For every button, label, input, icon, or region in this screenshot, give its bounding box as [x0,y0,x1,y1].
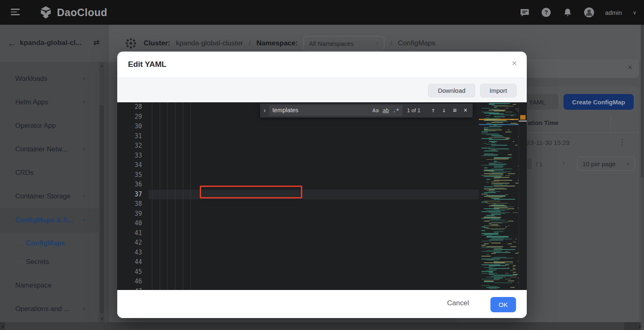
sidebar-item-label: Container Storage [15,192,71,200]
sidebar-item-workloads[interactable]: Workloads∨ [0,71,99,87]
toggle-replace-icon[interactable]: › [260,106,269,116]
svg-text:?: ? [544,9,548,16]
page: DaoCloud ? admin ∨ ← kpanda-global-cl...… [0,0,644,330]
minimap-line [494,207,514,207]
sidebar-item-operations-and[interactable]: Operations and ...∨ [0,301,99,318]
minimap-line [491,205,504,205]
minimap-line [494,199,515,200]
sidebar-item-crds[interactable]: CRDs [0,165,99,182]
menu-icon[interactable] [11,9,20,16]
minimap-line [486,260,495,261]
line-number: 46 [117,277,142,287]
chevron-up-icon: ∧ [82,217,86,223]
notifications-icon[interactable] [562,7,573,18]
minimap-line [491,222,508,223]
ruler-scroll-thumb[interactable] [519,120,527,122]
minimap[interactable] [479,102,519,290]
brand[interactable]: DaoCloud [39,5,107,19]
minimap-line [508,243,512,244]
find-input[interactable]: templates Aa ab .* [269,105,402,116]
minimap-line [494,231,503,232]
minimap-line [515,124,519,125]
sidebar-item-operator-app[interactable]: Operator App [0,118,99,134]
namespace-select[interactable]: All Namespaces ∨ [303,36,384,51]
whole-word-icon[interactable]: ab [383,106,389,116]
line-number: 34 [117,160,142,170]
scroll-right-icon[interactable]: ▸ [639,323,642,329]
edit-yaml-modal: Edit YAML × Download Import 282930313233… [117,52,527,318]
minimap-line [513,269,516,270]
sidebar-item-configmaps-s[interactable]: ConfigMaps & S...∧ [0,209,99,232]
previous-match-icon[interactable]: ↑ [431,106,435,116]
minimap-line [491,214,501,215]
minimap-line [491,219,500,220]
indent-guide [152,102,152,290]
minimap-line [489,103,510,104]
sidebar-item-configmaps[interactable]: —ConfigMaps [0,236,99,252]
sidebar-item-label: Namespace [15,281,52,289]
find-in-selection-icon[interactable]: ≡ [453,106,457,116]
line-number: 42 [117,238,142,248]
minimap-line [486,179,490,180]
help-icon[interactable]: ? [541,7,552,18]
minimap-line [491,109,500,110]
minimap-line [486,191,495,191]
modal-close-icon[interactable]: × [512,58,517,68]
row-actions-kebab-icon[interactable]: ⋮ [618,138,626,147]
minimap-line [486,229,506,229]
close-find-icon[interactable]: × [464,106,467,116]
minimap-line [494,107,497,108]
line-number: 43 [117,248,142,258]
sidebar-item-helm-apps[interactable]: Helm Apps∨ [0,94,99,111]
alert-close-icon[interactable]: × [627,63,632,72]
create-configmap-button[interactable]: Create ConfigMap [564,94,634,110]
minimap-line [481,273,497,274]
ok-button[interactable]: OK [490,297,516,312]
vertical-scrollbar-thumb[interactable] [641,25,644,177]
cancel-button[interactable]: Cancel [447,299,469,307]
sidebar-scroll-up-icon[interactable]: ▲ [99,64,104,68]
avatar[interactable] [584,7,594,18]
sidebar-item-container-netw[interactable]: Container Netw...∨ [0,141,99,158]
minimap-line [513,266,515,267]
minimap-line [489,141,497,142]
cluster-value[interactable]: kpanda-global-cluster [176,39,243,47]
sidebar-scroll-down-icon[interactable]: ▼ [99,317,104,321]
minimap-line [481,279,500,280]
username[interactable]: admin [605,9,622,16]
sidebar-item-namespace[interactable]: Namespace [0,278,99,294]
minimap-line [486,270,496,271]
user-menu-chevron-icon[interactable]: ∨ [632,9,637,16]
minimap-line [484,151,498,151]
cluster-switcher-title[interactable]: kpanda-global-cl... [20,39,81,47]
minimap-line [491,198,500,199]
horizontal-scrollbar-thumb[interactable] [5,322,624,330]
scroll-left-icon[interactable]: ◂ [1,323,4,329]
back-icon[interactable]: ← [7,37,17,50]
minimap-line [486,123,491,124]
sidebar-item-container-storage[interactable]: Container Storage∨ [0,189,99,205]
minimap-line [484,129,488,130]
messages-icon[interactable] [519,7,530,18]
pagination-next-icon[interactable]: › [562,159,565,167]
match-case-icon[interactable]: Aa [372,106,379,116]
sidebar-item-secrets[interactable]: —Secrets [0,254,99,271]
minimap-line [481,165,503,166]
sidebar-item-label: Helm Apps [15,98,48,106]
sidebar-scrollbar-thumb[interactable] [100,105,104,314]
indent-guide [183,102,183,290]
minimap-line [489,148,509,149]
regex-icon[interactable]: .* [393,106,399,116]
chevron-down-icon: ∨ [82,75,86,81]
minimap-line [494,207,508,208]
modal-title: Edit YAML [128,60,166,69]
per-page-select[interactable]: 10 per page ∨ [577,157,635,171]
import-button[interactable]: Import [480,84,516,97]
switch-cluster-icon[interactable]: ⇄ [93,38,99,47]
download-button[interactable]: Download [428,84,475,97]
yaml-editor[interactable]: 2829303132333435363738394041424344454647… [117,102,527,290]
next-match-icon[interactable]: ↓ [442,106,446,116]
overview-ruler[interactable] [519,102,527,290]
minimap-line [489,220,506,221]
minimap-line [494,278,503,278]
